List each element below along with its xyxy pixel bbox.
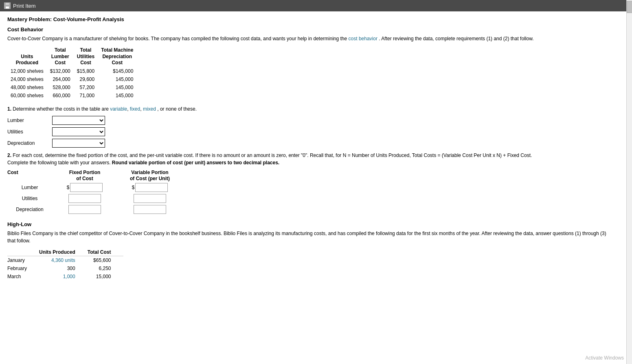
cost-behavior-paragraph: Cover-to-Cover Company is a manufacturer… bbox=[7, 35, 612, 42]
hl-month-feb: February bbox=[7, 264, 39, 272]
high-low-paragraph: Biblio Files Company is the chief compet… bbox=[7, 230, 612, 244]
cost-behavior-title: Cost Behavior bbox=[7, 26, 612, 33]
hl-units-feb: 300 bbox=[39, 264, 88, 272]
hl-cost-feb: 6,250 bbox=[88, 264, 123, 272]
q2-utilities-fixed-cell bbox=[52, 194, 117, 203]
hl-cost-jan: $65,600 bbox=[88, 256, 123, 264]
depreciation-row: Depreciation variable fixed mixed none o… bbox=[7, 139, 612, 148]
high-low-header-row: Units Produced Total Cost bbox=[7, 248, 123, 256]
table-row: 48,000 shelves 528,000 57,200 145,000 bbox=[7, 83, 136, 92]
depreciation-dropdown-wrapper: variable fixed mixed none of these bbox=[52, 139, 105, 148]
lumber-dropdown[interactable]: variable fixed mixed none of these bbox=[52, 116, 105, 125]
q2-utilities-variable-cell bbox=[117, 194, 182, 203]
hl-units-jan: 4,360 units bbox=[39, 256, 88, 264]
col-cost-header: Cost bbox=[7, 170, 52, 182]
question2-text: 2. For each cost, determine the fixed po… bbox=[7, 152, 612, 166]
table-row: March 1,000 15,000 bbox=[7, 272, 123, 281]
q2-table-container: Cost Fixed Portionof Cost Variable Porti… bbox=[7, 170, 612, 214]
scrollbar-thumb[interactable] bbox=[627, 1, 632, 13]
depreciation-fixed-input[interactable] bbox=[68, 205, 101, 214]
svg-rect-2 bbox=[6, 7, 9, 9]
q2-utilities-label: Utilities bbox=[7, 196, 52, 201]
lumber-label: Lumber bbox=[7, 118, 52, 123]
cost-behavior-table: UnitsProduced TotalLumberCost TotalUtili… bbox=[7, 46, 136, 100]
q2-lumber-variable-cell: $ bbox=[117, 183, 182, 192]
q2-depreciation-row: Depreciation bbox=[7, 205, 612, 214]
table-row: 24,000 shelves 264,000 29,600 145,000 bbox=[7, 75, 136, 83]
table-row: 12,000 shelves $132,000 $15,800 $145,000 bbox=[7, 67, 136, 75]
title-bar-label: Print Item bbox=[13, 3, 36, 9]
utilities-fixed-input[interactable] bbox=[68, 194, 101, 203]
dollar-sign-var-lumber: $ bbox=[132, 185, 135, 190]
q2-lumber-fixed-cell: $ bbox=[52, 183, 117, 192]
table-row: February 300 6,250 bbox=[7, 264, 123, 272]
q2-depreciation-variable-cell bbox=[117, 205, 182, 214]
title-bar: Print Item bbox=[0, 0, 632, 11]
hl-units-mar: 1,000 bbox=[39, 272, 88, 281]
q2-depreciation-fixed-cell bbox=[52, 205, 117, 214]
col-fixed-header: Fixed Portionof Cost bbox=[52, 170, 117, 182]
q2-depreciation-label: Depreciation bbox=[7, 207, 52, 212]
depreciation-variable-input[interactable] bbox=[134, 205, 166, 214]
hl-col1-header bbox=[7, 248, 39, 256]
utilities-dropdown[interactable]: variable fixed mixed none of these bbox=[52, 127, 105, 136]
table-row: 60,000 shelves 660,000 71,000 145,000 bbox=[7, 92, 136, 100]
lumber-dropdown-wrapper: variable fixed mixed none of these bbox=[52, 116, 105, 125]
svg-rect-1 bbox=[6, 3, 9, 5]
q2-utilities-row: Utilities bbox=[7, 194, 612, 203]
mixed-link[interactable]: mixed bbox=[143, 106, 156, 112]
lumber-variable-input[interactable] bbox=[135, 183, 168, 192]
utilities-row: Utilities variable fixed mixed none of t… bbox=[7, 127, 612, 136]
hl-col3-header: Total Cost bbox=[88, 248, 123, 256]
depreciation-label: Depreciation bbox=[7, 140, 52, 146]
cost-behavior-link[interactable]: cost behavior bbox=[349, 36, 377, 41]
scrollbar[interactable] bbox=[626, 0, 632, 286]
hl-cost-mar: 15,000 bbox=[88, 272, 123, 281]
col-variable-header: Variable Portionof Cost (per Unit) bbox=[117, 170, 182, 182]
utilities-variable-input[interactable] bbox=[134, 194, 166, 203]
hl-month-mar: March bbox=[7, 272, 39, 281]
q2-table-header: Cost Fixed Portionof Cost Variable Porti… bbox=[7, 170, 612, 182]
high-low-table: Units Produced Total Cost January 4,360 … bbox=[7, 248, 123, 281]
variable-link[interactable]: variable bbox=[110, 106, 127, 112]
hl-month-jan: January bbox=[7, 256, 39, 264]
question1-text: 1. Determine whether the costs in the ta… bbox=[7, 105, 612, 113]
q2-lumber-row: Lumber $ $ bbox=[7, 183, 612, 192]
dollar-sign-fixed-lumber: $ bbox=[67, 185, 70, 190]
utilities-label: Utilities bbox=[7, 129, 52, 135]
main-content: Mastery Problem: Cost-Volume-Profit Anal… bbox=[0, 11, 619, 286]
utilities-dropdown-wrapper: variable fixed mixed none of these bbox=[52, 127, 105, 136]
q2-lumber-label: Lumber bbox=[7, 185, 52, 190]
depreciation-dropdown[interactable]: variable fixed mixed none of these bbox=[52, 139, 105, 148]
high-low-title: High-Low bbox=[7, 221, 612, 227]
table-row: January 4,360 units $65,600 bbox=[7, 256, 123, 264]
hl-col2-header: Units Produced bbox=[39, 248, 88, 256]
page-title: Mastery Problem: Cost-Volume-Profit Anal… bbox=[7, 16, 612, 22]
lumber-row: Lumber variable fixed mixed none of thes… bbox=[7, 116, 612, 125]
print-icon bbox=[4, 2, 11, 9]
lumber-fixed-input[interactable] bbox=[70, 183, 103, 192]
fixed-link[interactable]: fixed bbox=[130, 106, 140, 112]
